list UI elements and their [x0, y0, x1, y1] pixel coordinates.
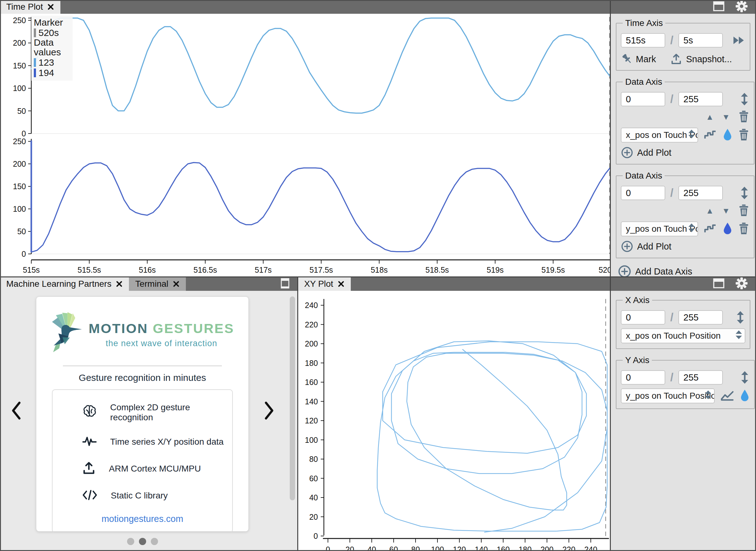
xy-plot-tabbar: XY Plot [298, 277, 610, 291]
tab-xy-plot[interactable]: XY Plot [298, 277, 351, 291]
svg-text:220: 220 [562, 545, 575, 551]
axis1-plot-select[interactable]: x_pos on Touch Pos [621, 128, 698, 143]
carousel-dot[interactable] [151, 538, 158, 545]
fast-forward-icon[interactable] [732, 35, 745, 46]
add-data-axis-button[interactable]: Add Data Axis [618, 264, 692, 277]
y-axis-min-input[interactable] [621, 370, 665, 385]
xy-plot-chart[interactable]: 0204060801001201401601802002202400204060… [298, 277, 610, 551]
series2-color-swatch [34, 68, 36, 77]
series2-value: 194 [38, 68, 54, 78]
panel-divider[interactable] [610, 0, 611, 277]
x-axis-plot-select[interactable]: x_pos on Touch Position [621, 328, 745, 343]
move-axis-down-icon[interactable]: ▼ [722, 207, 730, 215]
svg-text:60: 60 [389, 545, 398, 551]
carousel-dot-active[interactable] [139, 538, 146, 545]
axis2-max-input[interactable] [678, 186, 723, 200]
carousel-dots [36, 538, 249, 545]
svg-text:50: 50 [17, 227, 26, 236]
autoscale-icon[interactable] [739, 186, 749, 200]
x-axis-label: X Axis [623, 295, 652, 305]
series-color-droplet-icon[interactable] [740, 389, 750, 403]
add-plot-label: Add Plot [637, 241, 672, 252]
move-axis-up-icon[interactable]: ▲ [706, 113, 714, 121]
separator: / [670, 93, 674, 106]
svg-text:100: 100 [13, 204, 26, 213]
step-plot-style-icon[interactable] [704, 129, 717, 141]
axis1-min-input[interactable] [621, 92, 665, 106]
tab-terminal[interactable]: Terminal [129, 277, 186, 291]
close-icon[interactable] [338, 281, 344, 288]
svg-text:180: 180 [305, 359, 318, 368]
panel-divider[interactable] [0, 277, 756, 278]
autoscale-icon[interactable] [740, 371, 750, 384]
time-axis-label: Time Axis [623, 18, 665, 28]
snapshot-button[interactable]: Snapshot... [670, 53, 732, 65]
panel-divider[interactable] [297, 277, 298, 551]
svg-text:0: 0 [22, 129, 26, 138]
x-axis-max-input[interactable] [678, 310, 723, 325]
move-axis-down-icon[interactable]: ▼ [722, 113, 730, 121]
mark-button[interactable]: Mark [621, 53, 656, 65]
add-plot-label: Add Plot [637, 148, 672, 158]
carousel-next-icon[interactable] [263, 401, 275, 421]
panel-layout-icon[interactable] [713, 1, 725, 13]
line-plot-style-icon[interactable] [720, 390, 734, 402]
time-window-input[interactable] [678, 33, 723, 48]
trash-icon[interactable] [738, 128, 749, 142]
panel-divider[interactable] [610, 277, 611, 551]
svg-text:515.5s: 515.5s [77, 265, 101, 274]
axis2-min-input[interactable] [621, 186, 665, 200]
x-axis-min-input[interactable] [621, 310, 665, 325]
separator: / [670, 186, 674, 199]
tab-time-plot-label: Time Plot [6, 2, 43, 12]
y-axis-plot-select[interactable]: y_pos on Touch Position [621, 388, 715, 403]
time-plot-chart[interactable]: 050100150200250050100150200250515s515.5s… [0, 0, 610, 277]
series-color-droplet-icon[interactable] [723, 128, 733, 142]
divider [63, 366, 222, 366]
brain-icon [82, 405, 97, 420]
move-axis-up-icon[interactable]: ▲ [706, 207, 714, 215]
svg-text:160: 160 [305, 378, 318, 387]
time-start-input[interactable] [621, 33, 665, 48]
trash-icon[interactable] [738, 222, 749, 236]
add-plot-button[interactable]: Add Plot [621, 146, 672, 159]
vertical-scrollbar[interactable] [290, 297, 295, 500]
series-color-droplet-icon[interactable] [723, 222, 733, 236]
series-y_pos on Touch Position [31, 163, 610, 252]
axis1-max-input[interactable] [678, 92, 723, 106]
svg-text:0: 0 [313, 532, 318, 540]
select-arrows-icon [688, 129, 696, 142]
brand-primary: MOTION [88, 321, 148, 336]
tab-ml-partners[interactable]: Machine Learning Partners [0, 277, 129, 291]
svg-text:40: 40 [309, 493, 318, 502]
panel-layout-icon[interactable] [713, 278, 725, 290]
xy-trajectory [377, 341, 607, 532]
pulse-icon [82, 435, 97, 449]
autoscale-icon[interactable] [735, 311, 745, 324]
add-plot-button[interactable]: Add Plot [621, 240, 672, 253]
gear-icon[interactable] [735, 277, 748, 291]
code-icon [82, 489, 97, 503]
partner-website-link[interactable]: motiongestures.com [53, 514, 232, 524]
svg-text:200: 200 [540, 545, 553, 551]
carousel-dot[interactable] [127, 538, 134, 545]
y-axis-max-input[interactable] [678, 370, 723, 385]
trash-icon[interactable] [738, 110, 749, 124]
close-icon[interactable] [173, 281, 180, 288]
motion-gestures-logo: MOTION GESTURES the next wave of interac… [50, 311, 234, 359]
axis2-plot-select[interactable]: y_pos on Touch Pos [621, 221, 698, 236]
svg-text:200: 200 [13, 159, 26, 168]
list-item: Complex 2D gesture recognition [82, 403, 232, 423]
autoscale-icon[interactable] [739, 92, 749, 106]
close-icon[interactable] [47, 3, 54, 10]
gear-icon[interactable] [735, 0, 748, 14]
trash-icon[interactable] [738, 204, 749, 218]
tab-time-plot[interactable]: Time Plot [0, 0, 60, 14]
carousel-prev-icon[interactable] [11, 401, 22, 421]
close-icon[interactable] [116, 281, 123, 288]
panel-layout-icon[interactable] [280, 278, 290, 290]
svg-text:140: 140 [305, 397, 318, 406]
step-plot-style-icon[interactable] [704, 223, 717, 235]
svg-text:518s: 518s [371, 265, 388, 274]
series1-value: 123 [38, 58, 54, 67]
